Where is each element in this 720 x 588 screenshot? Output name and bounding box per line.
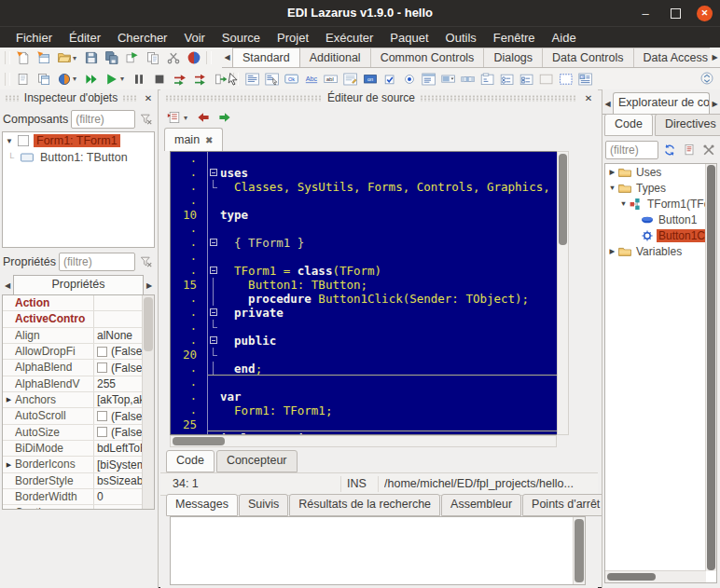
fold-box-icon[interactable]	[210, 239, 217, 246]
tbutton-icon[interactable]: Ok	[283, 70, 300, 88]
properties-filter-input[interactable]	[59, 253, 135, 271]
code-explorer-title[interactable]: Explorateur de coc	[613, 92, 710, 114]
refresh-doc-icon[interactable]	[681, 142, 698, 158]
fold-gutter[interactable]	[208, 334, 220, 348]
fold-gutter[interactable]	[208, 236, 220, 250]
expand-arrow-icon[interactable]: ▶	[3, 461, 15, 469]
tpanel-icon[interactable]	[537, 70, 555, 88]
code-line[interactable]: 15 Button1: TButton;	[171, 278, 557, 292]
palette-tab-data-controls[interactable]: Data Controls	[542, 48, 633, 67]
code-explorer-item-button1cli[interactable]: Button1Cli	[605, 227, 716, 243]
expand-arrow-icon[interactable]: ▼	[3, 137, 16, 145]
editor-horizontal-scrollbar[interactable]	[170, 435, 557, 447]
code-line[interactable]: . private	[171, 306, 557, 320]
property-row-autoscroll[interactable]: AutoScroll(False)	[3, 408, 154, 424]
property-row-caption[interactable]: CaptionForm1	[3, 505, 154, 510]
code-line[interactable]: . TForm1 = class(TForm)	[171, 264, 557, 278]
palette-tab-dialogs[interactable]: Dialogs	[483, 48, 543, 67]
menu-item-outils[interactable]: Outils	[437, 27, 485, 48]
code-explorer-item-uses[interactable]: ▶Uses	[605, 164, 716, 180]
code-line[interactable]: 25	[171, 417, 557, 431]
menu-item-fichier[interactable]: Fichier	[7, 27, 61, 48]
code-line[interactable]: 10type	[171, 208, 557, 222]
close-icon[interactable]: ✕	[582, 93, 595, 103]
checkbox-icon[interactable]	[97, 362, 107, 373]
open-icon[interactable]	[54, 48, 74, 67]
source-editor-header[interactable]: Éditeur de source ✕	[160, 89, 598, 106]
code-editor[interactable]: ..uses. Classes, SysUtils, Forms, Contro…	[170, 151, 557, 435]
expand-arrow-icon[interactable]: ▶	[607, 168, 617, 176]
messages-scrollbar[interactable]	[573, 517, 585, 584]
object-inspector-header[interactable]: Inspecteur d'objets ✕	[0, 89, 158, 106]
tab-close-icon[interactable]: ✖	[205, 135, 213, 145]
code-line[interactable]: . { TForm1 }	[171, 236, 557, 250]
refresh-icon[interactable]	[661, 142, 678, 158]
checkbox-icon[interactable]	[97, 411, 107, 421]
code-explorer-item-button1[interactable]: Button1	[605, 212, 716, 227]
code-explorer-tab-directives[interactable]: Directives	[655, 114, 720, 136]
code-explorer-item-types[interactable]: ▼Types	[605, 180, 716, 196]
fold-collapse-icon[interactable]	[210, 169, 217, 176]
tlabel-icon[interactable]: Abc	[302, 70, 320, 88]
menu-item-editer[interactable]: Éditer	[61, 27, 109, 48]
messages-tab-messages[interactable]: Messages	[166, 494, 238, 516]
code-line[interactable]: .	[171, 320, 557, 334]
component-tree-item-form1-tform1[interactable]: ▼Form1: TForm1	[3, 132, 154, 149]
menu-item-source[interactable]: Source	[214, 27, 269, 48]
palette-tab-data-access[interactable]: Data Access	[633, 48, 711, 67]
code-line[interactable]: . Form1: TForm1;	[171, 403, 557, 417]
build-mode-icon[interactable]	[54, 70, 74, 89]
tab-properties[interactable]: Propriétés	[13, 275, 144, 294]
open-icon-dropdown[interactable]: ▾	[73, 54, 80, 62]
messages-tab-assembleur[interactable]: Assembleur	[441, 494, 521, 516]
code-explorer-item-tform1-tfor[interactable]: ▼TForm1(TFor	[605, 196, 716, 212]
code-line[interactable]: .uses	[171, 166, 557, 180]
messages-area[interactable]	[170, 516, 586, 585]
fold-collapse-icon[interactable]	[210, 336, 217, 344]
code-explorer-filter-input[interactable]	[605, 141, 658, 159]
tab-scroll-left-icon[interactable]: ◀	[2, 276, 13, 294]
editor-vertical-scrollbar[interactable]	[557, 151, 569, 435]
jump-history-icon-dropdown[interactable]: ▾	[184, 114, 191, 122]
show-forms-icon[interactable]	[34, 70, 53, 89]
fold-gutter[interactable]	[208, 166, 220, 180]
tab-concepteur[interactable]: Concepteur	[216, 450, 298, 472]
cursor-icon[interactable]	[224, 70, 242, 88]
component-tree-item-button1-tbutton[interactable]: └Button1: TButton	[3, 149, 154, 166]
property-row-align[interactable]: AlignalNone	[3, 328, 154, 344]
filter-funnel-icon[interactable]	[138, 253, 155, 270]
tree-vertical-scrollbar[interactable]	[705, 164, 716, 571]
tradiogroup-icon[interactable]	[498, 70, 516, 88]
fold-collapse-icon[interactable]	[210, 308, 217, 316]
code-line[interactable]: . end;	[171, 362, 557, 376]
palette-tab-common-controls[interactable]: Common Controls	[370, 48, 485, 67]
palette-popup-icon[interactable]	[699, 70, 715, 87]
property-row-bidimode[interactable]: BiDiModebdLeftToRi	[3, 441, 154, 457]
tmemo-icon[interactable]	[341, 70, 359, 88]
minimize-button[interactable]: –	[637, 5, 654, 21]
build-mode-icon-dropdown[interactable]: ▾	[73, 75, 80, 83]
properties-scrollbar[interactable]	[142, 295, 154, 509]
tscrollbar-icon[interactable]	[459, 70, 477, 88]
messages-tab-resultats-de-la-recherche[interactable]: Résultats de la recherche	[289, 494, 440, 516]
save-icon[interactable]	[81, 48, 101, 67]
scrollbar-thumb[interactable]	[144, 297, 153, 351]
run-nodebug-icon[interactable]	[102, 70, 121, 89]
property-row-autosize[interactable]: AutoSize(False)	[3, 425, 154, 441]
tactionlist-icon[interactable]: Ok	[576, 70, 594, 88]
scrollbar-thumb[interactable]	[173, 437, 225, 445]
toggle-form-unit-icon[interactable]	[122, 48, 142, 67]
property-row-bordericons[interactable]: ▶BorderIcons[biSystemM	[3, 457, 154, 472]
menu-item-chercher[interactable]: Chercher	[109, 27, 175, 48]
view-units-icon[interactable]	[143, 48, 162, 67]
code-line[interactable]: .	[171, 250, 557, 264]
pause-icon[interactable]	[129, 70, 148, 89]
tcheckgroup-icon[interactable]	[518, 70, 535, 88]
property-row-activecontro[interactable]: ActiveContro	[3, 311, 154, 327]
checkbox-icon[interactable]	[97, 427, 107, 437]
code-line[interactable]: . Classes, SysUtils, Forms, Controls, Gr…	[171, 180, 557, 194]
environment-options-icon[interactable]	[163, 48, 183, 67]
menu-item-aide[interactable]: Aide	[544, 27, 585, 48]
tmainmenu-icon[interactable]	[243, 70, 261, 88]
maximize-button[interactable]	[667, 5, 684, 21]
